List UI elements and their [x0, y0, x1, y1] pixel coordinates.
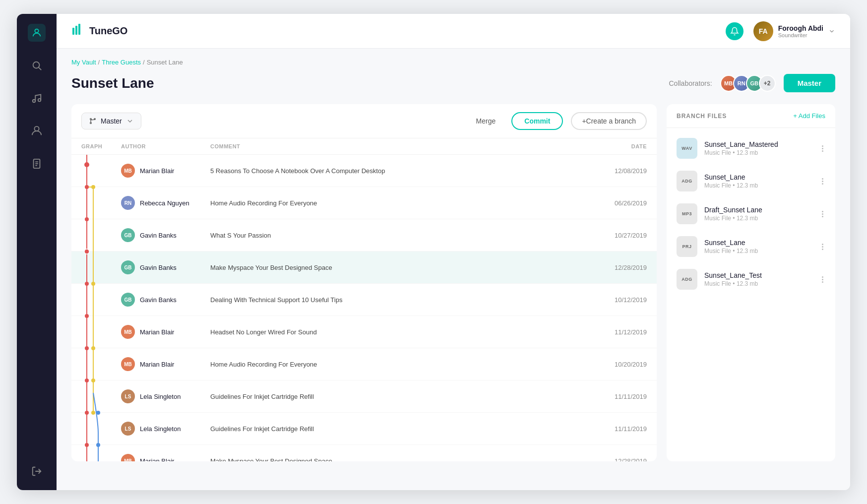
file-item[interactable]: ADG Sunset_Lane_Test Music File • 12.3 m… [667, 263, 835, 296]
table-row[interactable]: MB Marian Blair Headset No Longer Wired … [71, 316, 657, 348]
comment-col: Make Myspace Your Best Designed Space [210, 457, 587, 462]
file-meta: Music File • 12.3 mb [704, 215, 813, 222]
table-row[interactable]: MB Marian Blair 5 Reasons To Choose A No… [71, 155, 657, 187]
author-initials: GB [121, 260, 135, 274]
avatar-initials: FA [753, 21, 773, 41]
svg-rect-11 [72, 28, 74, 35]
breadcrumb: My Vault / Three Guests / Sunset Lane [71, 59, 835, 66]
file-menu-button[interactable] [820, 242, 825, 252]
comment-col: What S Your Passion [210, 232, 587, 239]
author-col: MB Marian Blair [121, 325, 210, 339]
file-menu-button[interactable] [820, 209, 825, 219]
logo: TuneGO [71, 23, 127, 39]
file-menu-button[interactable] [820, 274, 825, 285]
svg-point-5 [34, 126, 39, 131]
table-row[interactable]: GB Gavin Banks What S Your Passion 10/27… [71, 219, 657, 252]
author-name: Marian Blair [140, 167, 174, 175]
avatar: FA [753, 21, 773, 41]
svg-point-0 [35, 29, 38, 33]
branch-files-title: BRANCH FILES [677, 113, 727, 120]
comment-col: Headset No Longer Wired For Sound [210, 328, 587, 336]
author-col: LS Lela Singleton [121, 422, 210, 436]
svg-line-2 [39, 67, 41, 70]
file-menu-button[interactable] [820, 176, 825, 187]
svg-point-16 [90, 123, 92, 124]
date-col: 11/11/2019 [587, 425, 647, 433]
graph-col [81, 161, 121, 181]
branch-name: Master [101, 117, 122, 125]
comment-col: 5 Reasons To Choose A Notebook Over A Co… [210, 167, 587, 175]
user-info[interactable]: FA Foroogh Abdi Soundwriter [753, 21, 835, 41]
commits-panel: Master Merge Commit +Create a branch GRA… [71, 104, 657, 461]
sidebar-item-person[interactable] [28, 122, 46, 140]
author-initials: LS [121, 389, 135, 403]
file-name: Sunset_Lane [704, 239, 813, 247]
comment-col: Guidelines For Inkjet Cartridge Refill [210, 425, 587, 433]
file-badge: WAV [677, 138, 697, 159]
author-initials: RN [121, 196, 135, 210]
sidebar-item-document[interactable] [28, 155, 46, 173]
svg-point-1 [33, 62, 40, 68]
table-row[interactable]: RN Rebecca Nguyen Home Audio Recording F… [71, 187, 657, 219]
file-item[interactable]: MP3 Draft_Sunset Lane Music File • 12.3 … [667, 197, 835, 230]
author-name: Gavin Banks [140, 232, 177, 239]
app-window: TuneGO FA Foroogh Abdi Soundwriter [17, 14, 850, 490]
author-avatar: GB [121, 228, 135, 242]
author-initials: MB [121, 164, 135, 178]
file-item[interactable]: WAV Sunset_Lane_Mastered Music File • 12… [667, 132, 835, 165]
table-row[interactable]: GB Gavin Banks Make Myspace Your Best De… [71, 252, 657, 284]
commit-button[interactable]: Commit [511, 112, 563, 130]
breadcrumb-myvault[interactable]: My Vault [71, 59, 96, 66]
collab-extra-count: +2 [759, 75, 776, 92]
date-col: 12/28/2019 [587, 264, 647, 271]
sidebar-item-music[interactable] [28, 89, 46, 107]
breadcrumb-current: Sunset Lane [147, 59, 183, 66]
file-meta: Music File • 12.3 mb [704, 248, 813, 254]
file-item[interactable]: ADG Sunset_Lane Music File • 12.3 mb [667, 165, 835, 197]
sidebar-item-logout[interactable] [28, 462, 46, 480]
date-col: 11/11/2019 [587, 393, 647, 400]
file-info: Sunset_Lane_Mastered Music File • 12.3 m… [704, 140, 813, 156]
branch-selector[interactable]: Master [81, 113, 141, 129]
author-col: MB Marian Blair [121, 357, 210, 371]
create-branch-button[interactable]: +Create a branch [571, 112, 647, 130]
author-col: RN Rebecca Nguyen [121, 196, 210, 210]
collaborators-section: Collaborators: MB RN GB +2 Master [669, 74, 835, 92]
graph-col [81, 225, 121, 245]
file-meta: Music File • 12.3 mb [704, 149, 813, 156]
table-row[interactable]: LS Lela Singleton Guidelines For Inkjet … [71, 380, 657, 413]
notification-button[interactable] [726, 22, 743, 40]
file-name: Draft_Sunset Lane [704, 206, 813, 214]
author-name: Lela Singleton [140, 425, 181, 433]
table-row[interactable]: GB Gavin Banks Dealing With Technical Su… [71, 284, 657, 316]
table-row[interactable]: MB Marian Blair Make Myspace Your Best D… [71, 445, 657, 461]
comment-col: Make Myspace Your Best Designed Space [210, 264, 587, 271]
branch-chevron-icon [126, 117, 134, 125]
author-avatar: MB [121, 164, 135, 178]
date-col: 10/27/2019 [587, 232, 647, 239]
add-files-button[interactable]: + Add Files [793, 112, 825, 120]
date-col: 10/12/2019 [587, 296, 647, 304]
graph-col [81, 386, 121, 406]
sidebar-item-search[interactable] [28, 57, 46, 74]
merge-button[interactable]: Merge [468, 113, 504, 129]
file-name: Sunset_Lane_Test [704, 271, 813, 279]
logo-icon [71, 23, 85, 39]
author-initials: GB [121, 293, 135, 307]
table-row[interactable]: LS Lela Singleton Guidelines For Inkjet … [71, 413, 657, 445]
file-item[interactable]: PRJ Sunset_Lane Music File • 12.3 mb [667, 230, 835, 263]
author-avatar: LS [121, 422, 135, 436]
table-rows-container: MB Marian Blair 5 Reasons To Choose A No… [71, 155, 657, 461]
breadcrumb-threeguests[interactable]: Three Guests [102, 59, 141, 66]
header: TuneGO FA Foroogh Abdi Soundwriter [57, 14, 850, 49]
page-header: Sunset Lane Collaborators: MB RN GB +2 M… [71, 74, 835, 92]
table-row[interactable]: MB Marian Blair Home Audio Recording For… [71, 348, 657, 380]
master-button[interactable]: Master [784, 74, 835, 92]
file-meta: Music File • 12.3 mb [704, 182, 813, 189]
file-info: Sunset_Lane Music File • 12.3 mb [704, 239, 813, 254]
file-menu-button[interactable] [820, 143, 825, 154]
sidebar-item-user[interactable] [28, 24, 46, 42]
graph-col [81, 354, 121, 374]
svg-point-4 [38, 99, 41, 102]
graph-col [81, 322, 121, 342]
